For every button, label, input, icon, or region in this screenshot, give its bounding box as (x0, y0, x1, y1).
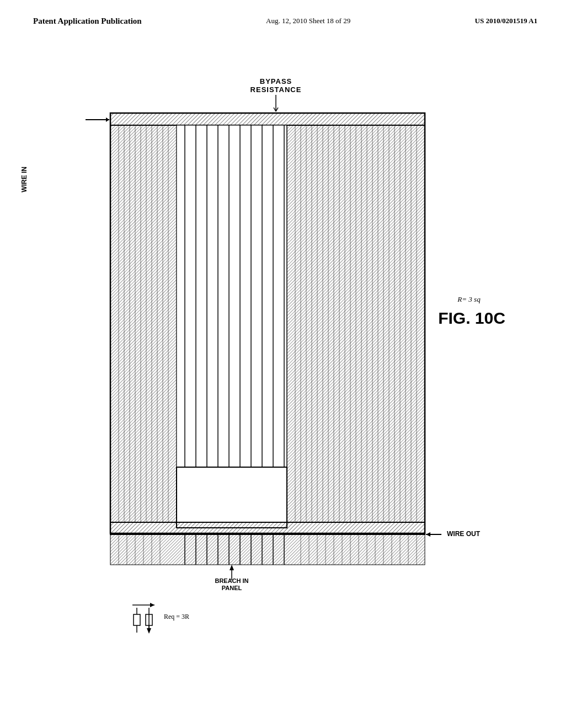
svg-text:PANEL: PANEL (222, 585, 242, 591)
svg-text:Req = 3R: Req = 3R (164, 613, 189, 620)
svg-rect-13 (110, 125, 177, 522)
svg-rect-103 (134, 614, 140, 625)
svg-text:WIRE OUT: WIRE OUT (447, 530, 481, 538)
diagram-area: BYPASS RESISTANCE WIRE IN (0, 31, 565, 693)
svg-rect-8 (110, 113, 425, 125)
svg-marker-100 (426, 532, 430, 537)
svg-rect-61 (110, 522, 425, 534)
svg-text:R= 3 sq: R= 3 sq (457, 295, 481, 303)
svg-text:RESISTANCE: RESISTANCE (250, 85, 302, 94)
svg-marker-97 (230, 565, 234, 570)
svg-marker-106 (150, 603, 154, 607)
svg-text:BYPASS: BYPASS (260, 77, 292, 85)
patent-number: US 2010/0201519 A1 (475, 17, 537, 25)
patent-diagram: BYPASS RESISTANCE WIRE IN (0, 31, 565, 693)
sheet-info: Aug. 12, 2010 Sheet 18 of 29 (266, 17, 350, 25)
svg-marker-12 (106, 117, 109, 122)
svg-rect-24 (177, 125, 287, 522)
svg-rect-62 (110, 534, 425, 565)
page-header: Patent Application Publication Aug. 12, … (0, 0, 565, 31)
svg-text:FIG. 10C: FIG. 10C (438, 309, 505, 327)
publication-title: Patent Application Publication (33, 17, 142, 26)
svg-text:WIRE IN: WIRE IN (20, 167, 28, 192)
svg-rect-60 (177, 467, 287, 528)
svg-marker-112 (147, 628, 151, 634)
